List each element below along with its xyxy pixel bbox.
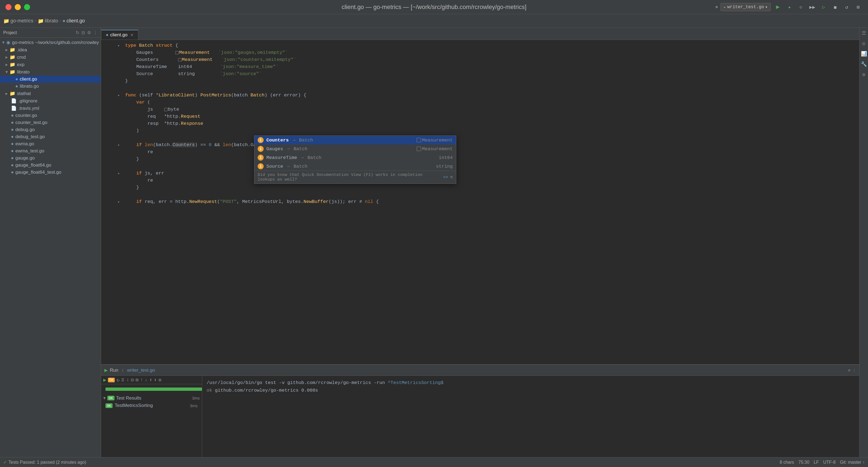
navbar-icon[interactable]: ⊞ (716, 5, 718, 9)
code-editor[interactable]: ▸ type Batch struct { Gauges Measurement… (101, 40, 859, 364)
breadcrumb-sep-1: › (34, 19, 37, 23)
tab-client-go[interactable]: ● client.go ✕ (101, 30, 138, 40)
refresh-button[interactable]: ↺ (842, 3, 851, 11)
run-progress-bar (105, 388, 202, 391)
right-icon-4[interactable]: 🔧 (861, 61, 867, 67)
run-play-icon[interactable]: ▶ (103, 377, 106, 383)
folder-icon: 📁 (9, 62, 15, 67)
ac-arrow-2: → (287, 146, 289, 152)
run-sort-icon[interactable]: ↕ (126, 377, 129, 382)
run-sidebar: ▶ OK ↻ ⧖ ↕ ⊟ ⊞ ↑ ↓ ⬆ ⬇ ⚙ (101, 376, 202, 457)
tree-exp[interactable]: ▸ 📁 exp (0, 61, 101, 68)
breadcrumb-client-go[interactable]: ● client.go (63, 18, 85, 24)
gear-icon[interactable]: ⋮ (93, 30, 97, 35)
code-line-9: var ( (101, 99, 859, 106)
run-content: ▶ OK ↻ ⧖ ↕ ⊟ ⊞ ↑ ↓ ⬆ ⬇ ⚙ (101, 376, 859, 457)
tree-label-client-go: client.go (20, 76, 37, 82)
run-icon[interactable]: ▶ (104, 367, 107, 374)
test-item-sorting[interactable]: OK TestMetricsSorting 3ms (101, 402, 202, 409)
tree-client-go[interactable]: ● client.go (0, 76, 101, 83)
tree-cmd[interactable]: ▸ 📁 cmd (0, 54, 101, 61)
run-menu-icon[interactable]: ⋮ (852, 368, 856, 372)
breadcrumb-librato[interactable]: 📁 librato (38, 18, 58, 24)
run-label: Run (110, 368, 118, 373)
run-export-icon[interactable]: ⬆ (149, 377, 152, 383)
stop-button[interactable]: ◼ (831, 3, 840, 11)
test-time: 3ms (190, 403, 197, 408)
ac-item-source[interactable]: i Source → Batch string (254, 162, 456, 171)
ac-hint-link[interactable]: >> (443, 175, 448, 180)
tree-label-gauge-go: gauge.go (15, 156, 35, 161)
run-file-label: writer_test.go (127, 368, 155, 373)
main-layout: Project ↻ ⊟ ⚙ ⋮ ▾ ◉ go-metrics ~/work/sr… (0, 28, 868, 457)
tree-debug-go[interactable]: ● debug.go (0, 126, 101, 133)
tree-librato-go[interactable]: ● librato.go (0, 83, 101, 90)
run-collapse-icon[interactable]: ⊟ (131, 377, 134, 383)
code-line-21: } (101, 184, 859, 191)
ac-item-gauges[interactable]: i Gauges → Batch Measurement (254, 144, 456, 153)
close-button[interactable] (5, 4, 11, 10)
sync-icon[interactable]: ↻ (76, 30, 79, 35)
ac-item-counters[interactable]: i Counters → Batch Measurement (254, 136, 456, 144)
tree-librato[interactable]: ▾ 📁 librato (0, 68, 101, 76)
tree-gauge-go[interactable]: ● gauge.go (0, 155, 101, 162)
collapse-icon[interactable]: ⊟ (82, 30, 85, 35)
run-output: /usr/local/go/bin/go test -v github.com/… (202, 376, 859, 457)
tab-label: client.go (110, 32, 127, 38)
file-go-icon-8: ● (11, 148, 14, 154)
tree-idea[interactable]: ▸ 📁 .idea (0, 46, 101, 54)
code-line-17: } (101, 156, 859, 163)
ac-arrow-4: → (287, 164, 289, 169)
tree-debug-test-go[interactable]: ● debug_test.go (0, 133, 101, 140)
settings-button[interactable]: ⊞ (854, 3, 863, 11)
status-bar-left: ✓ Tests Passed: 1 passed (2 minutes ago) (3, 460, 86, 465)
run-expand-icon[interactable]: ⊞ (135, 377, 138, 383)
test-ok-badge: OK (105, 403, 113, 408)
minimize-button[interactable] (15, 4, 21, 10)
tree-label-debug-go: debug.go (15, 127, 35, 132)
tree-counter-test-go[interactable]: ● counter_test.go (0, 119, 101, 126)
settings-icon[interactable]: ⚙ (87, 30, 91, 35)
right-icon-3[interactable]: 📊 (861, 51, 867, 57)
file-go-icon-6: ● (11, 134, 14, 139)
run-stop-icon[interactable]: OK (108, 378, 115, 382)
tree-label-gauge-float64-go: gauge_float64.go (15, 163, 51, 168)
root-icon: ◉ (6, 40, 10, 45)
run-gear-icon[interactable]: ⚙ (158, 377, 161, 383)
tree-ewma-test-go[interactable]: ● ewma_test.go (0, 147, 101, 155)
run-progress-container (101, 384, 202, 394)
tree-ewma-go[interactable]: ● ewma.go (0, 140, 101, 147)
run-arrow-down-icon[interactable]: ↓ (145, 377, 148, 382)
run-settings-icon[interactable]: ⚙ (848, 368, 850, 372)
tree-root-go-metrics[interactable]: ▾ ◉ go-metrics ~/work/src/github.com/rcr… (0, 39, 101, 46)
ac-item-measuretime[interactable]: i MeasureTime → Batch int64 (254, 153, 456, 162)
expand-arrow[interactable]: ▾ (103, 395, 106, 401)
run-config-dropdown[interactable]: ▸ writer_test.go ▾ (720, 3, 771, 11)
run-all-button[interactable]: ▶▶ (808, 3, 817, 11)
tree-label-exp: exp (17, 62, 24, 67)
tree-counter-go[interactable]: ● counter.go (0, 112, 101, 119)
tree-label-gauge-float64-test-go: gauge_float64_test.go (15, 170, 61, 175)
test-results-label: Test Results (116, 395, 142, 401)
fullscreen-button[interactable] (24, 4, 30, 10)
run-arrow-up-icon[interactable]: ↑ (140, 377, 143, 382)
tree-gauge-float64-go[interactable]: ● gauge_float64.go (0, 162, 101, 169)
right-icon-1[interactable]: ☰ (862, 30, 866, 36)
tree-travis[interactable]: 📄 .travis.yml (0, 105, 101, 112)
tab-close-button[interactable]: ✕ (130, 33, 133, 37)
code-line-11: req *http.Request (101, 113, 859, 120)
run-target-button[interactable]: ▷ (819, 3, 828, 11)
run-rerun-icon[interactable]: ↻ (116, 377, 119, 383)
debug-button[interactable]: ⬥ (785, 3, 794, 11)
run-button[interactable]: ▶ (773, 3, 782, 11)
run-filter-icon[interactable]: ⧖ (121, 377, 125, 382)
tree-gitignore[interactable]: 📄 .gitignore (0, 97, 101, 105)
breadcrumb-go-metrics[interactable]: 📁 go-metrics (3, 18, 33, 24)
ac-item-name-counters: Counters (267, 138, 289, 143)
right-icon-2[interactable]: ◎ (862, 40, 865, 46)
tree-gauge-float64-test-go[interactable]: ● gauge_float64_test.go (0, 169, 101, 176)
run-coverage-button[interactable]: ☼ (797, 3, 805, 11)
run-import-icon[interactable]: ⬇ (154, 377, 157, 383)
right-icon-5[interactable]: ⚙ (862, 72, 865, 77)
tree-stathat[interactable]: ▸ 📁 stathat (0, 90, 101, 97)
